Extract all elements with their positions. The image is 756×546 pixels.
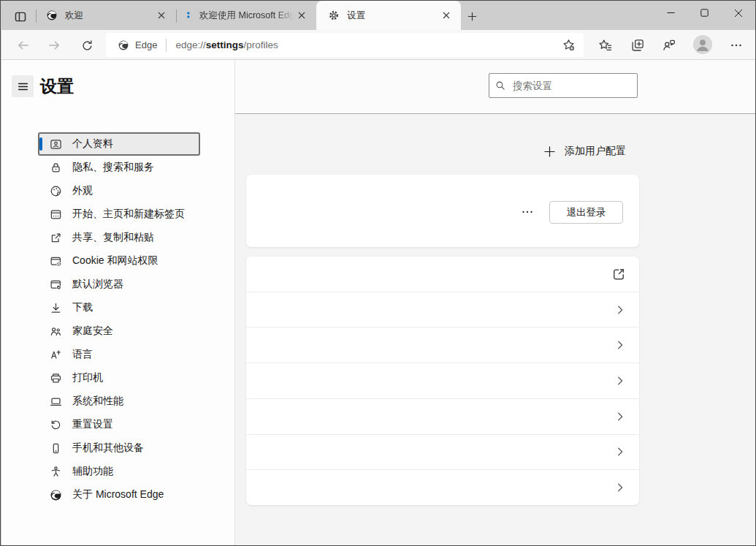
tab-actions-icon[interactable] bbox=[11, 9, 30, 25]
phone-icon bbox=[50, 442, 62, 455]
sidebar-item-label: 辅助功能 bbox=[72, 465, 113, 478]
family-icon bbox=[50, 325, 62, 338]
back-arrow-icon[interactable] bbox=[15, 37, 31, 53]
chevron-right-icon bbox=[614, 482, 626, 493]
sidebar-item-share-copy-paste[interactable]: 共享、复制和粘贴 bbox=[38, 226, 200, 249]
settings-search-box[interactable] bbox=[489, 73, 638, 98]
settings-row[interactable] bbox=[246, 363, 639, 398]
profile-card: 退出登录 bbox=[246, 175, 639, 247]
chevron-right-icon bbox=[614, 339, 626, 351]
sidebar-item-label: 外观 bbox=[72, 184, 93, 197]
settings-row[interactable] bbox=[246, 434, 639, 470]
external-link-icon bbox=[611, 267, 626, 281]
close-icon[interactable] bbox=[156, 10, 167, 21]
sidebar-item-label: 语言 bbox=[72, 348, 93, 361]
feedback-icon[interactable] bbox=[660, 37, 678, 54]
tab-separator bbox=[176, 10, 177, 23]
more-actions-icon[interactable] bbox=[518, 205, 537, 219]
settings-search-input[interactable] bbox=[513, 80, 631, 91]
refresh-icon[interactable] bbox=[79, 37, 95, 53]
collections-icon[interactable] bbox=[629, 37, 646, 54]
site-label: Edge bbox=[135, 39, 157, 50]
url-text: edge://settings/profiles bbox=[175, 39, 278, 50]
sidebar-item-cookies-permissions[interactable]: Cookie 和网站权限 bbox=[38, 249, 200, 273]
chevron-right-icon bbox=[614, 304, 626, 316]
sidebar-item-reset-settings[interactable]: 重置设置 bbox=[38, 413, 200, 436]
add-favorite-icon[interactable] bbox=[560, 37, 576, 53]
sidebar-item-label: 开始、主页和新建标签页 bbox=[72, 208, 185, 221]
sign-out-button[interactable]: 退出登录 bbox=[549, 201, 623, 224]
sidebar-item-label: 个人资料 bbox=[72, 137, 113, 151]
forward-arrow-icon[interactable] bbox=[46, 37, 62, 53]
close-window-button[interactable] bbox=[721, 1, 756, 25]
sidebar-item-label: 重置设置 bbox=[72, 418, 113, 431]
sidebar-item-label: 打印机 bbox=[72, 371, 103, 384]
search-icon bbox=[495, 80, 505, 91]
tab-welcome[interactable]: 欢迎 bbox=[39, 1, 175, 30]
chevron-right-icon bbox=[614, 375, 626, 387]
address-separator bbox=[166, 39, 167, 52]
more-menu-icon[interactable] bbox=[728, 37, 745, 54]
settings-row[interactable] bbox=[246, 469, 639, 505]
sidebar-item-label: 共享、复制和粘贴 bbox=[72, 231, 154, 244]
sidebar-item-default-browser[interactable]: 默认浏览器 bbox=[38, 273, 200, 296]
settings-row-sync[interactable] bbox=[246, 257, 639, 292]
maximize-button[interactable] bbox=[687, 1, 721, 25]
site-badge: Edge bbox=[106, 39, 157, 51]
chevron-right-icon bbox=[614, 411, 626, 422]
sidebar-item-profiles[interactable]: 个人资料 bbox=[38, 132, 200, 156]
hamburger-menu-icon[interactable] bbox=[12, 75, 34, 97]
accessibility-icon bbox=[50, 466, 62, 478]
sidebar-item-label: 隐私、搜索和服务 bbox=[72, 161, 154, 174]
settings-row[interactable] bbox=[246, 292, 639, 327]
sidebar-item-start-home-newtab[interactable]: 开始、主页和新建标签页 bbox=[38, 202, 200, 226]
settings-menu: 个人资料 隐私、搜索和服务 外观 开始、主页和新建标签页 共享、复制和粘贴 Co… bbox=[38, 132, 200, 507]
close-icon[interactable] bbox=[440, 10, 452, 21]
page-title: 设置 bbox=[40, 75, 74, 98]
printer-icon bbox=[50, 372, 62, 384]
sidebar-item-languages[interactable]: 语言 bbox=[38, 343, 200, 366]
settings-row[interactable] bbox=[246, 327, 639, 363]
add-profile-button[interactable]: 添加用户配置 bbox=[543, 143, 626, 160]
reset-icon bbox=[50, 419, 62, 431]
sidebar-item-printers[interactable]: 打印机 bbox=[38, 366, 200, 390]
sidebar-item-system-performance[interactable]: 系统和性能 bbox=[38, 390, 200, 413]
sidebar-item-family-safety[interactable]: 家庭安全 bbox=[38, 319, 200, 343]
address-bar[interactable]: Edge edge://settings/profiles bbox=[106, 33, 584, 57]
tab-welcome-edge[interactable]: 欢迎使用 Microsoft Edge bbox=[179, 1, 315, 30]
edge-badge-icon bbox=[118, 39, 129, 51]
sidebar-item-phone-devices[interactable]: 手机和其他设备 bbox=[38, 436, 200, 460]
sidebar-item-label: Cookie 和网站权限 bbox=[72, 254, 158, 268]
sidebar-item-label: 下载 bbox=[72, 301, 93, 314]
minimize-button[interactable] bbox=[654, 1, 687, 25]
edge-logo-favicon bbox=[46, 10, 58, 21]
new-tab-button[interactable] bbox=[464, 10, 480, 23]
page-layout-icon bbox=[50, 208, 62, 221]
tab-strip: 欢迎 欢迎使用 Microsoft Edge 设置 bbox=[1, 1, 755, 30]
language-icon bbox=[50, 349, 62, 361]
settings-sidebar: 设置 个人资料 隐私、搜索和服务 外观 开始、主页和新建标签页 共享、复制和粘贴 bbox=[1, 60, 235, 546]
sidebar-item-downloads[interactable]: 下载 bbox=[38, 296, 200, 319]
sidebar-item-appearance[interactable]: 外观 bbox=[38, 179, 200, 202]
browser-window: 欢迎 欢迎使用 Microsoft Edge 设置 bbox=[0, 0, 756, 546]
download-icon bbox=[50, 302, 62, 314]
sidebar-item-about-edge[interactable]: 关于 Microsoft Edge bbox=[38, 483, 200, 507]
sidebar-item-privacy[interactable]: 隐私、搜索和服务 bbox=[38, 156, 200, 179]
sidebar-item-label: 家庭安全 bbox=[72, 325, 113, 338]
tab-settings[interactable]: 设置 bbox=[316, 1, 461, 30]
lock-icon bbox=[50, 162, 62, 174]
close-icon[interactable] bbox=[296, 10, 308, 21]
tab-title: 设置 bbox=[347, 10, 365, 22]
chevron-right-icon bbox=[614, 446, 626, 458]
sidebar-item-accessibility[interactable]: 辅助功能 bbox=[38, 460, 200, 483]
sidebar-item-label: 默认浏览器 bbox=[72, 278, 123, 291]
blue-dots-favicon bbox=[185, 10, 192, 21]
gear-favicon bbox=[328, 10, 340, 21]
favorites-icon[interactable] bbox=[597, 37, 614, 54]
profile-avatar[interactable] bbox=[693, 35, 712, 54]
tab-separator bbox=[36, 10, 37, 23]
palette-icon bbox=[50, 185, 62, 197]
laptop-icon bbox=[50, 395, 62, 408]
settings-row[interactable] bbox=[246, 398, 639, 434]
edge-logo-icon bbox=[50, 489, 62, 501]
